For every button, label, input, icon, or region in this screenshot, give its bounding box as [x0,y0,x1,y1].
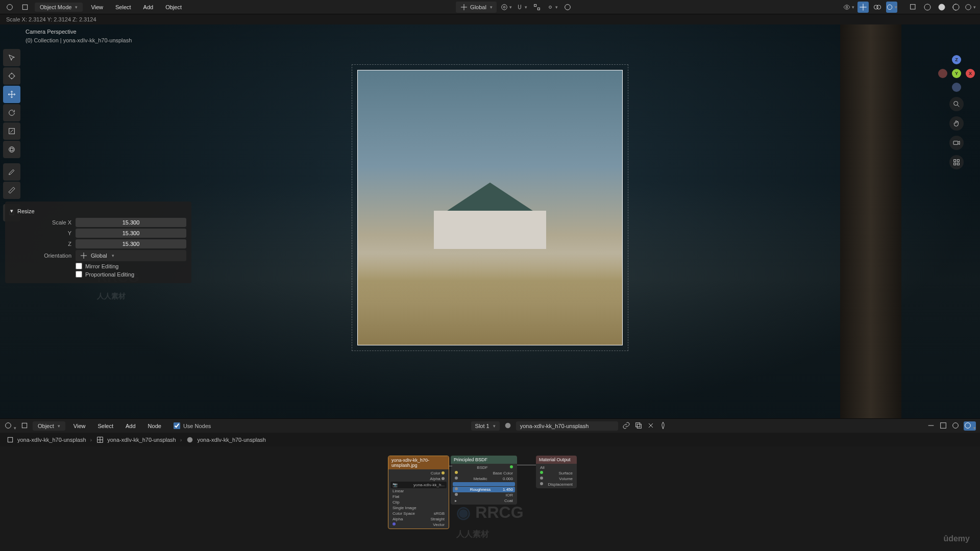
breadcrumb-item-2[interactable]: yona-xdIv-kk_h70-unsplash [96,436,176,444]
breadcrumb-item-1[interactable]: yona-xdIv-kk_h70-unsplash [6,436,86,444]
menu-select[interactable]: Select [111,3,135,12]
proportional-editing-checkbox[interactable]: Proportional Editing [76,271,134,278]
object-icon [6,436,14,444]
mode-selector[interactable]: Object Mode [35,3,83,12]
node-editor[interactable]: yona-xdIv-kk_h70-unsplash.jpg Color Alph… [0,446,980,551]
tool-rotate[interactable] [3,104,20,121]
svg-point-37 [187,437,193,443]
object-visibility-icon[interactable] [843,2,854,13]
mesh-icon [96,436,104,444]
transform-orientation[interactable]: Global [456,2,497,13]
node-right-icon-1[interactable] [927,421,935,431]
mirror-editing-checkbox[interactable]: Mirror Editing [76,263,118,269]
gizmo-toggle[interactable] [857,2,869,13]
material-link-icon[interactable] [622,421,630,431]
shading-material[interactable] [950,2,962,13]
tool-measure[interactable] [3,182,20,199]
gizmo-axis-z[interactable]: Z [952,55,961,64]
viewport-header: Object Mode View Select Add Object Globa… [0,0,980,14]
menu-add[interactable]: Add [139,3,158,12]
node-editor-type-icon[interactable] [4,421,16,431]
tool-scale[interactable] [3,122,20,140]
scale-status-text: Scale X: 2.3124 Y: 2.3124 Z: 2.3124 [6,16,96,22]
snap-toggle[interactable] [531,2,543,13]
tool-cursor[interactable] [3,67,20,85]
shading-solid[interactable] [936,2,947,13]
xray-toggle[interactable] [908,2,919,13]
svg-rect-29 [22,423,27,428]
node-connection [517,465,536,465]
toolbar-left [3,49,21,221]
pan-icon[interactable] [949,116,964,131]
node-mode-selector[interactable]: Object [33,421,65,431]
node-overlays-icon[interactable] [964,421,976,431]
node-principled-bsdf[interactable]: Principled BSDF BSDF Base Color Metallic… [451,456,517,505]
shading-rendered[interactable] [965,2,976,13]
svg-point-35 [965,422,971,428]
material-icon [186,436,194,444]
node-header-box-icon[interactable] [20,421,29,431]
svg-point-16 [966,4,971,10]
scene-tree [840,24,901,418]
viewport-3d[interactable]: Camera Perspective (0) Collection | yona… [0,24,980,418]
node-menu-add[interactable]: Add [121,421,140,431]
shading-wireframe[interactable] [922,2,933,13]
svg-point-6 [549,6,552,8]
breadcrumb: yona-xdIv-kk_h70-unsplash › yona-xdIv-kk… [0,433,980,446]
material-unlink-icon[interactable] [647,421,655,431]
gizmo-axis-neg-x[interactable] [938,69,947,78]
overlays-dropdown[interactable] [886,2,897,13]
chevron-right-icon: › [180,437,182,443]
node-material-output[interactable]: Material Output All Surface Volume Displ… [536,456,577,488]
tool-transform[interactable] [3,141,20,158]
svg-point-8 [846,6,848,8]
scale-x-field[interactable]: 15.300 [76,218,186,227]
gizmo-axis-x[interactable]: X [966,69,975,78]
menu-view[interactable]: View [87,3,107,12]
material-name-field[interactable]: yona-xdIv-kk_h70-unsplash [516,421,618,431]
perspective-toggle-icon[interactable] [949,155,964,169]
watermark-center: ◉ RRCG人人素材 [456,503,523,541]
breadcrumb-item-3[interactable]: yona-xdIv-kk_h70-unsplash [186,436,266,444]
proportional-edit-dropdown[interactable] [547,2,558,13]
proportional-edit-toggle[interactable] [562,2,573,13]
orientation-select[interactable]: Global [76,250,186,261]
material-copy-icon[interactable] [634,421,643,431]
menu-object[interactable]: Object [161,3,186,12]
camera-view-icon[interactable] [949,136,964,150]
nav-gizmo[interactable]: Z Y X [938,55,975,92]
gizmo-axis-y[interactable]: Y [952,69,961,78]
material-sphere-icon[interactable] [504,421,512,431]
node-menu-node[interactable]: Node [144,421,165,431]
pin-icon[interactable] [659,421,667,431]
editor-type-icon[interactable] [4,2,15,13]
tool-move[interactable] [3,86,20,103]
node-menu-view[interactable]: View [69,421,90,431]
zoom-icon[interactable] [949,97,964,111]
use-nodes-checkbox[interactable]: Use Nodes [174,422,211,429]
node-right-icon-2[interactable] [939,421,947,431]
overlays-toggle[interactable] [872,2,883,13]
node-right-icon-3[interactable] [951,421,960,431]
node-image-texture[interactable]: yona-xdIv-kk_h70-unsplash.jpg Color Alph… [388,456,449,529]
tool-select-box[interactable] [3,49,20,66]
header-box-icon[interactable] [19,2,31,13]
scale-x-label: Scale X [10,219,71,226]
mode-selector-label: Object Mode [40,4,71,10]
scale-z-field[interactable]: 15.300 [76,239,186,248]
svg-point-28 [6,422,11,428]
svg-rect-12 [911,4,915,9]
node-connection [449,466,452,466]
node-menu-select[interactable]: Select [93,421,117,431]
orientation-select-icon [80,252,88,260]
gizmo-axis-neg-z[interactable] [952,83,961,92]
scale-y-field[interactable]: 15.300 [76,229,186,238]
svg-point-7 [565,4,571,10]
snap-dropdown[interactable] [516,2,527,13]
operator-title[interactable]: Resize [10,206,186,216]
tool-annotate[interactable] [3,163,20,181]
pivot-dropdown[interactable] [501,2,512,13]
svg-point-13 [924,4,930,10]
slot-selector[interactable]: Slot 1 [471,421,500,431]
svg-rect-4 [534,4,536,6]
